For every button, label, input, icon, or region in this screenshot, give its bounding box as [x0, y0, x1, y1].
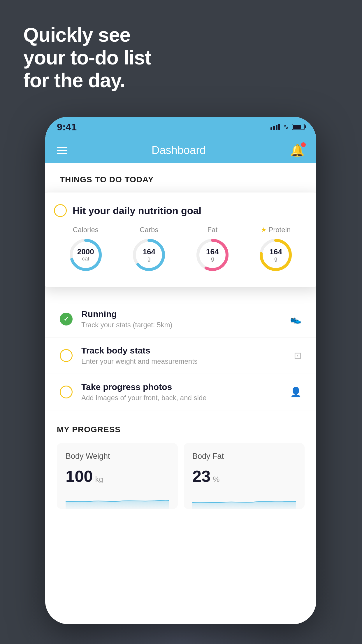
carbs-ring-wrapper: 164 g	[131, 237, 166, 272]
protein-ring-wrapper: 164 g	[258, 237, 293, 272]
fat-ring-wrapper: 164 g	[195, 237, 230, 272]
progress-section: MY PROGRESS Body Weight 100 kg	[45, 410, 316, 509]
calories-value: 2000	[77, 248, 94, 256]
body-weight-unit: kg	[95, 475, 103, 484]
todo-list: Running Track your stats (target: 5km) 👟…	[45, 301, 316, 410]
phone-mockup: 9:41 ∿ Dashboard 🔔 THI	[45, 117, 316, 624]
calories-label: Calories	[73, 226, 99, 234]
body-weight-value-row: 100 kg	[66, 467, 169, 486]
body-weight-value: 100	[66, 467, 93, 486]
photos-title: Take progress photos	[81, 382, 281, 392]
app-header: Dashboard 🔔	[45, 137, 316, 163]
notification-badge	[301, 142, 306, 147]
photo-icon: 👤	[290, 386, 302, 398]
todo-item-progress-photos[interactable]: Take progress photos Add images of your …	[45, 374, 316, 410]
fat-label: Fat	[207, 226, 217, 234]
todo-item-body-stats[interactable]: Track body stats Enter your weight and m…	[45, 337, 316, 374]
body-fat-card[interactable]: Body Fat 23 %	[184, 443, 305, 509]
photos-checkbox[interactable]	[60, 386, 73, 398]
photos-subtitle: Add images of your front, back, and side	[81, 394, 281, 402]
running-icon: 👟	[290, 314, 302, 325]
progress-cards: Body Weight 100 kg	[57, 443, 305, 509]
calories-value-container: 2000 cal	[77, 248, 94, 262]
body-fat-unit: %	[213, 475, 219, 484]
nutrition-rings: Calories 2000 cal Carbs	[54, 226, 307, 272]
fat-value-container: 164 g	[206, 248, 219, 262]
star-icon: ★	[261, 226, 267, 234]
fat-unit: g	[206, 256, 219, 262]
status-icons: ∿	[270, 123, 305, 131]
carbs-value: 164	[143, 248, 155, 256]
running-text: Running Track your stats (target: 5km)	[81, 309, 281, 329]
scale-icon: ⊡	[294, 350, 302, 361]
body-weight-sparkline	[66, 491, 169, 509]
menu-icon[interactable]	[57, 147, 67, 154]
protein-unit: g	[270, 256, 282, 262]
body-fat-sparkline	[192, 491, 296, 509]
carbs-label: Carbs	[140, 226, 158, 234]
calories-unit: cal	[77, 256, 94, 262]
body-fat-value-row: 23 %	[192, 467, 296, 486]
header-title: Dashboard	[152, 144, 206, 157]
wifi-icon: ∿	[283, 123, 289, 131]
nutrition-card[interactable]: Hit your daily nutrition goal Calories 2…	[45, 192, 316, 287]
content-area: THINGS TO DO TODAY Hit your daily nutrit…	[45, 163, 316, 624]
body-stats-text: Track body stats Enter your weight and m…	[81, 346, 285, 365]
carbs-ring: Carbs 164 g	[131, 226, 166, 272]
running-title: Running	[81, 309, 281, 319]
body-stats-title: Track body stats	[81, 346, 285, 356]
protein-label: ★ Protein	[261, 226, 291, 234]
signal-icon	[270, 124, 280, 130]
body-stats-subtitle: Enter your weight and measurements	[81, 357, 285, 365]
body-weight-label: Body Weight	[66, 452, 169, 461]
fat-value: 164	[206, 248, 219, 256]
nutrition-card-title: Hit your daily nutrition goal	[73, 205, 201, 216]
body-fat-value: 23	[192, 467, 210, 486]
body-stats-checkbox[interactable]	[60, 349, 73, 362]
running-subtitle: Track your stats (target: 5km)	[81, 321, 281, 329]
notification-button[interactable]: 🔔	[290, 144, 305, 157]
carbs-value-container: 164 g	[143, 248, 155, 262]
carbs-unit: g	[143, 256, 155, 262]
battery-icon	[292, 124, 305, 130]
protein-ring: ★ Protein 164 g	[258, 226, 293, 272]
calories-ring-wrapper: 2000 cal	[68, 237, 103, 272]
status-time: 9:41	[57, 121, 77, 133]
calories-ring: Calories 2000 cal	[68, 226, 103, 272]
body-fat-label: Body Fat	[192, 452, 296, 461]
photos-text: Take progress photos Add images of your …	[81, 382, 281, 402]
things-to-do-header: THINGS TO DO TODAY	[45, 163, 316, 190]
progress-section-title: MY PROGRESS	[57, 425, 305, 434]
hero-text: Quickly see your to-do list for the day.	[23, 23, 151, 92]
nutrition-card-title-row: Hit your daily nutrition goal	[54, 204, 307, 217]
fat-ring: Fat 164 g	[195, 226, 230, 272]
body-weight-card[interactable]: Body Weight 100 kg	[57, 443, 178, 509]
protein-value: 164	[270, 248, 282, 256]
running-checkbox[interactable]	[60, 313, 73, 326]
nutrition-checkbox[interactable]	[54, 204, 67, 217]
todo-item-running[interactable]: Running Track your stats (target: 5km) 👟	[45, 301, 316, 337]
protein-value-container: 164 g	[270, 248, 282, 262]
status-bar: 9:41 ∿	[45, 117, 316, 137]
